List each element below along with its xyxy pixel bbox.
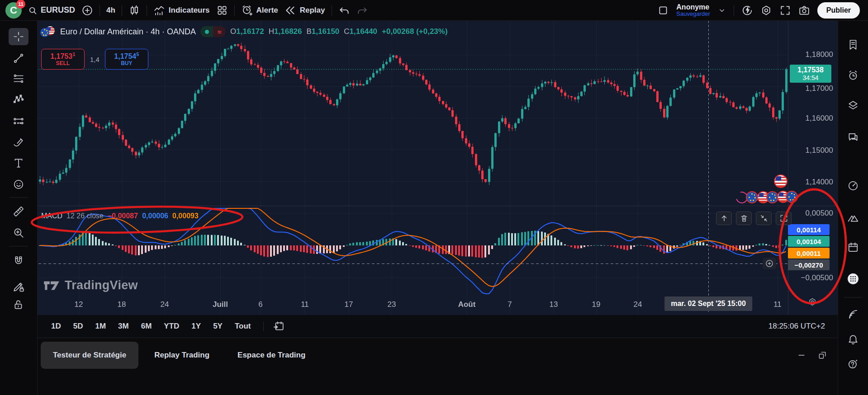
tool-trend-line[interactable] [9, 50, 28, 67]
fullscreen-button[interactable] [779, 5, 791, 16]
range-button[interactable]: Tout [235, 322, 251, 331]
ideas-peaks-icon [847, 212, 859, 224]
tool-zoom-in[interactable] [9, 224, 28, 241]
undo-icon [338, 5, 350, 16]
range-toolbar: 1D5D1M3M6MYTD1Y5YTout 18:25:06 UTC+2 [38, 315, 838, 338]
chart-style-button[interactable] [128, 5, 140, 16]
sidebar-bell[interactable] [843, 329, 863, 348]
compare-add-button[interactable] [81, 5, 93, 16]
sidebar-data-waves[interactable] [843, 305, 863, 324]
layout-name-block[interactable]: Anonyme Sauvegarder [676, 3, 710, 18]
panel-square-icon [657, 5, 669, 16]
settings-button[interactable] [760, 5, 772, 16]
tab[interactable]: Espace de Trading [225, 342, 318, 369]
sell-button[interactable]: 1,17531 SELL [41, 49, 85, 70]
pane-move-up-button[interactable] [716, 212, 732, 225]
help-icon [847, 358, 859, 370]
save-layout-link[interactable]: Sauvegarder [676, 11, 710, 17]
pencil-lock-icon [13, 281, 24, 292]
macd-scale-top: 0,00500 [788, 209, 833, 218]
tool-text[interactable] [9, 155, 28, 172]
chevron-down-icon[interactable] [717, 6, 726, 15]
panel-expand-button[interactable] [818, 351, 827, 360]
event-flag[interactable] [786, 191, 798, 203]
symbol-search-button[interactable]: EURUSD [28, 5, 75, 15]
tool-brush[interactable] [9, 134, 28, 151]
tab[interactable]: Testeur de Stratégie [41, 342, 138, 369]
sidebar-chat[interactable] [843, 128, 863, 147]
tool-lock[interactable] [9, 296, 28, 313]
tool-pencil-lock[interactable] [9, 278, 28, 295]
calendar-icon [847, 241, 859, 253]
macd-scale-bottom: −0,00500 [788, 273, 833, 282]
pane-delete-button[interactable] [736, 212, 752, 225]
range-button[interactable]: 5D [73, 322, 83, 331]
gear-icon [760, 5, 772, 16]
time-tick: 13 [550, 300, 558, 309]
alert-button[interactable]: Alerte [241, 5, 278, 16]
order-panel: 1,17531 SELL 1,4 1,17545 BUY [41, 49, 148, 70]
scale-settings-button[interactable] [808, 297, 817, 306]
range-button[interactable]: 6M [141, 322, 152, 331]
goto-date-button[interactable] [273, 320, 285, 332]
buy-button[interactable]: 1,17545 BUY [105, 49, 148, 70]
user-avatar[interactable]: C 11 [5, 2, 22, 19]
indicators-button[interactable]: Indicateurs [153, 5, 210, 16]
undo-button[interactable] [338, 5, 350, 16]
tool-crosshair[interactable] [9, 28, 28, 45]
range-button[interactable]: YTD [164, 322, 179, 331]
redo-button[interactable] [356, 5, 368, 16]
sidebar-apps-grid[interactable] [843, 269, 863, 288]
range-button[interactable]: 1D [51, 322, 61, 331]
layout-grid-button[interactable] [216, 5, 228, 16]
macd-pane-controls [716, 212, 792, 225]
price-tick-label: 1,17000 [788, 84, 833, 93]
change-value: +0,00268 (+0,23%) [382, 27, 448, 36]
watchlist-panel-toggle[interactable] [657, 5, 669, 16]
time-tick: 6 [258, 300, 262, 309]
range-button[interactable]: 1Y [191, 322, 201, 331]
event-flag[interactable] [746, 191, 758, 203]
sidebar-alert-clock[interactable] [843, 66, 863, 85]
tool-ruler[interactable] [9, 203, 28, 220]
range-button[interactable]: 1M [95, 322, 106, 331]
sidebar-compass[interactable] [843, 176, 863, 195]
publish-button[interactable]: Publier [817, 2, 860, 19]
tool-magnet[interactable] [9, 253, 28, 270]
time-tick: 17 [345, 300, 353, 309]
pane-maximize-button[interactable] [776, 212, 792, 225]
quick-actions-button[interactable] [741, 5, 753, 16]
range-button[interactable]: 3M [118, 322, 129, 331]
symbol-legend[interactable]: Euro / Dollar Américain · 4h · OANDA ≈ O… [40, 26, 448, 37]
pane-collapse-button[interactable] [756, 212, 772, 225]
crosshair-add-button[interactable] [763, 258, 776, 269]
interval-button[interactable]: 4h [106, 6, 115, 15]
market-open-icon [200, 26, 213, 37]
tool-forecast[interactable] [9, 113, 28, 130]
time-tick: Juill [213, 300, 228, 309]
price-tick-label: 1,16000 [788, 114, 833, 123]
replay-button[interactable]: Replay [285, 5, 325, 16]
snapshot-button[interactable] [798, 5, 810, 16]
sidebar-ideas-peaks[interactable] [843, 208, 863, 227]
divider [332, 5, 332, 16]
topbar-left: C 11 EURUSD 4h Indicateurs [0, 2, 368, 19]
tool-emoji[interactable] [9, 176, 28, 193]
sidebar-calendar[interactable] [843, 238, 863, 257]
sidebar-watchlist[interactable] [843, 35, 863, 54]
panel-minimize-button[interactable] [797, 351, 806, 360]
tab[interactable]: Replay Trading [142, 342, 222, 369]
trend-line-icon [13, 52, 24, 64]
event-flag[interactable] [774, 174, 787, 188]
tradingview-app: C 11 EURUSD 4h Indicateurs [0, 0, 868, 395]
event-flag[interactable] [766, 191, 778, 203]
session-clock[interactable]: 18:25:06 UTC+2 [768, 322, 838, 331]
sidebar-layers[interactable] [843, 96, 863, 115]
macd-legend[interactable]: MACD 12 26 close −0,00087 0,00006 0,0009… [41, 212, 199, 220]
market-status-pill[interactable]: ≈ [200, 26, 226, 37]
range-button[interactable]: 5Y [213, 322, 223, 331]
tabs-controls [797, 351, 838, 360]
tool-fib-lines[interactable] [9, 70, 28, 87]
tool-pattern[interactable] [9, 91, 28, 108]
sidebar-help[interactable] [843, 354, 863, 373]
